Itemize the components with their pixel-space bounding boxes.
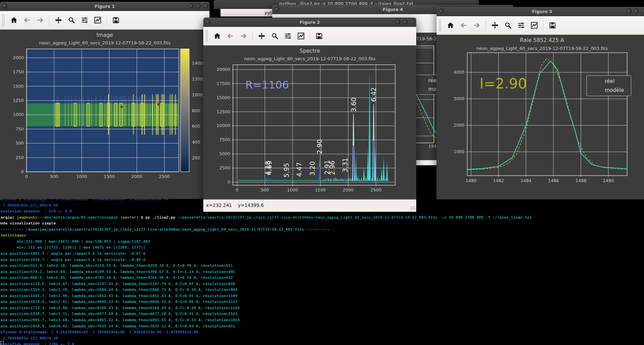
svg-text:1200: 1200: [192, 76, 203, 82]
figure3-window[interactable]: Figure 3 1480148214841486148814901000200…: [437, 7, 644, 199]
svg-text:10000: 10000: [216, 123, 230, 128]
svg-text:200: 200: [192, 155, 200, 160]
terminal-line: raie position=886.5, lmh=5.95, lambda_ob…: [0, 275, 233, 280]
window-menu-button[interactable]: [274, 7, 279, 12]
lmh-annotation: l=2.90: [480, 75, 527, 92]
figure1-plot[interactable]: 0500100015002000250002505007501000125015…: [0, 30, 209, 199]
figure1-canvas[interactable]: 0500100015002000250002505007501000125015…: [0, 30, 209, 199]
svg-text:6.42: 6.42: [370, 87, 377, 102]
minimize-button[interactable]: [395, 19, 400, 24]
figure1-window-title: Figure 1: [95, 4, 115, 9]
toolbar-separator: [310, 31, 310, 41]
back-icon[interactable]: [458, 20, 469, 31]
terminal-line: résolution moyenne : 1106 +- 3.4: [0, 342, 74, 345]
maximize-button[interactable]: [196, 3, 201, 9]
terminal-line: raie position=1119.6, lmh=4.47, lambda_o…: [0, 282, 235, 286]
svg-text:2500: 2500: [219, 165, 230, 170]
window-menu-button[interactable]: [2, 3, 7, 9]
terminal-line: 7.80840205e-12] RMS=0.00: [0, 203, 58, 208]
svg-text:500: 500: [261, 187, 269, 192]
svg-text:1500: 1500: [104, 174, 115, 179]
svg-text:1400: 1400: [192, 61, 203, 66]
close-button[interactable]: [641, 9, 644, 14]
maximize-button[interactable]: [402, 19, 408, 24]
svg-text:5.95: 5.95: [283, 163, 290, 177]
pan-icon[interactable]: [52, 14, 64, 26]
zoom-icon[interactable]: [65, 14, 77, 26]
minimize-button[interactable]: [188, 3, 194, 9]
toolbar-drag-handle[interactable]: [439, 19, 441, 32]
svg-text:3.31: 3.31: [341, 158, 349, 172]
figure1-subtitle: neon_agpeg_Light_60_secs_2019-12-07T19-5…: [0, 40, 209, 45]
toolbar-drag-handle[interactable]: [205, 30, 208, 42]
save-icon[interactable]: [110, 14, 122, 26]
close-button[interactable]: [203, 3, 208, 9]
toolbar-drag-handle[interactable]: [2, 14, 5, 27]
resize-grip[interactable]: [410, 206, 415, 211]
zoom-icon[interactable]: [269, 30, 280, 42]
forward-icon[interactable]: [237, 30, 249, 42]
svg-text:3.60: 3.60: [350, 97, 357, 112]
minimize-button[interactable]: [626, 9, 632, 14]
terminal-line: polynome d'étalonnage: [ 3.16378496e+03 …: [0, 330, 198, 334]
window-menu-button[interactable]: [205, 19, 211, 24]
save-icon[interactable]: [546, 20, 558, 31]
maximize-button[interactable]: [634, 9, 639, 14]
svg-text:1490: 1490: [603, 178, 614, 183]
figure3-window-title: Figure 3: [532, 9, 552, 14]
home-icon[interactable]: [8, 14, 20, 26]
svg-text:3000: 3000: [453, 96, 464, 101]
zoom-icon[interactable]: [502, 20, 514, 31]
svg-text:0: 0: [227, 179, 230, 185]
svg-text:1000: 1000: [453, 149, 464, 154]
desktop: { "background_windows": { "python_title"…: [0, 0, 644, 345]
figure3-canvas[interactable]: 1480148214841486148814901000200030004000…: [437, 35, 644, 199]
save-icon[interactable]: [313, 30, 325, 42]
close-button[interactable]: [410, 19, 415, 24]
toolbar-separator: [49, 15, 49, 25]
plot-icon[interactable]: [295, 30, 307, 42]
sliders-icon[interactable]: [282, 30, 294, 42]
home-icon[interactable]: [211, 30, 223, 42]
figure1-titlebar[interactable]: Figure 1: [0, 2, 209, 11]
sliders-icon[interactable]: [79, 14, 90, 26]
back-icon[interactable]: [21, 14, 33, 26]
figure3-plot[interactable]: 1480148214841486148814901000200030004000: [437, 35, 644, 199]
figure2-canvas[interactable]: 4.184.695.954.473.202.902.912.963.313.60…: [203, 45, 416, 199]
figure1-window[interactable]: Figure 1 0500100015002000250002505007501…: [0, 2, 209, 198]
sliders-icon[interactable]: [515, 20, 527, 31]
svg-text:2000: 2000: [13, 55, 24, 60]
svg-text:4.47: 4.47: [295, 163, 303, 177]
figure2-plot[interactable]: 4.184.695.954.473.202.902.912.963.313.60…: [203, 45, 416, 199]
svg-text:500: 500: [16, 140, 24, 146]
terminal-line: raie position=574.2, lmh=4.69, lambda_ob…: [0, 270, 235, 274]
svg-text:7500: 7500: [219, 137, 230, 142]
svg-text:0: 0: [236, 187, 238, 192]
svg-text:1750: 1750: [13, 69, 24, 74]
svg-text:1250: 1250: [13, 98, 24, 103]
back-icon[interactable]: [224, 30, 236, 42]
svg-text:15000: 15000: [216, 95, 230, 100]
terminal-line: raie position=1619.8, lmh=2.91, lambda_o…: [0, 300, 237, 304]
svg-text:2500: 2500: [370, 187, 381, 192]
figure2-window[interactable]: Figure 2 4.184.695.954.473.202.902.912.9…: [203, 18, 416, 211]
forward-icon[interactable]: [34, 14, 46, 26]
svg-text:2000: 2000: [343, 187, 354, 192]
figure2-toolbar: [203, 27, 416, 45]
plot-icon[interactable]: [528, 20, 540, 31]
plot-icon[interactable]: [92, 14, 103, 26]
pan-icon[interactable]: [489, 20, 501, 31]
window-menu-button[interactable]: [439, 9, 444, 14]
figure3-titlebar[interactable]: Figure 3: [437, 7, 644, 16]
svg-text:1484: 1484: [520, 178, 531, 183]
home-icon[interactable]: [444, 20, 456, 31]
forward-icon[interactable]: [471, 20, 482, 31]
figure2-window-title: Figure 2: [300, 20, 320, 25]
figure2-titlebar[interactable]: Figure 2: [203, 18, 416, 27]
figure3-plot-title: Raie 5852.425 A: [437, 37, 644, 43]
pan-icon[interactable]: [256, 30, 267, 42]
terminal-line: raie position=551.9, lmh=4.18, lambda_ob…: [0, 263, 233, 268]
svg-text:1000: 1000: [13, 112, 24, 117]
figure3-toolbar: [437, 16, 644, 35]
svg-text:20000: 20000: [216, 67, 230, 72]
